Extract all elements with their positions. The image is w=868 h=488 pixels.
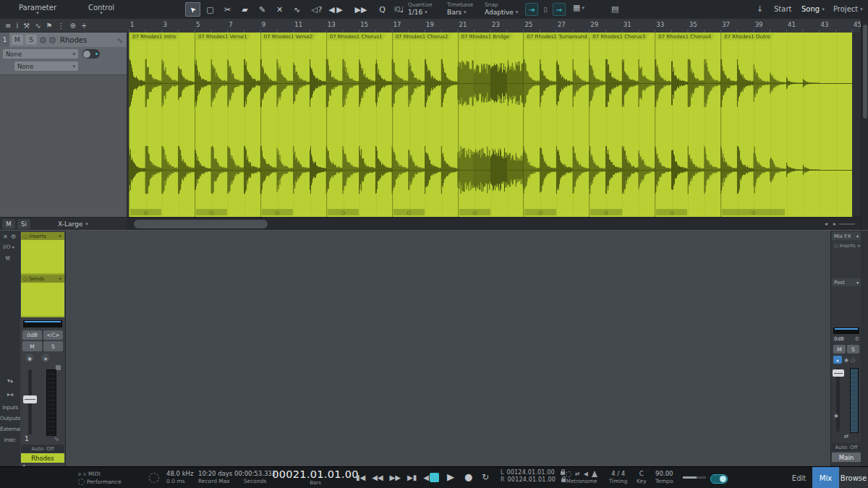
- speaker-dim-icon[interactable]: ◉: [834, 413, 838, 419]
- inserts-header[interactable]: ○ Inserts +: [21, 232, 64, 240]
- snap-group[interactable]: Snap Adaptive▾: [485, 1, 518, 17]
- quantize-button[interactable]: Q: [375, 2, 390, 17]
- play-button[interactable]: ▶: [447, 471, 454, 482]
- wrench-icon[interactable]: ⚒: [5, 255, 10, 262]
- tempo-value[interactable]: 90.00: [655, 470, 673, 478]
- console-tab-inputs[interactable]: Inputs: [0, 404, 20, 411]
- channel-name-label[interactable]: Rhodes: [21, 453, 64, 463]
- arrow-tool-button[interactable]: ➤: [185, 2, 200, 17]
- follow-toggle[interactable]: ⇒: [553, 3, 566, 16]
- console-tab-instr[interactable]: Instr.: [0, 437, 20, 443]
- cpu-meter-icon[interactable]: [149, 473, 159, 483]
- power-icon[interactable]: ○: [23, 234, 27, 239]
- tempo-block[interactable]: 90.00 Tempo: [655, 470, 673, 485]
- clip-fade-handle[interactable]: ○: [262, 209, 293, 215]
- ruler[interactable]: 1357911131517192123252729313335373941434…: [127, 19, 861, 33]
- swap-icon[interactable]: ⇄: [831, 433, 861, 440]
- console-tab-outputs[interactable]: Outputs: [0, 415, 20, 421]
- post-header[interactable]: Post ▾: [832, 278, 861, 286]
- precount-icon[interactable]: [566, 471, 571, 477]
- add-insert-icon[interactable]: +: [58, 234, 62, 239]
- paint-tool-button[interactable]: ✎: [255, 2, 270, 17]
- hscroll-thumb[interactable]: [134, 220, 268, 228]
- timebase-group[interactable]: Timebase Bars▾: [447, 1, 473, 17]
- solo-button[interactable]: S: [43, 341, 63, 351]
- main-name-label[interactable]: Main: [832, 453, 861, 462]
- audio-clip[interactable]: 07 Rhodes1 Intro○: [129, 33, 195, 217]
- next-marker-button[interactable]: ▶▮: [407, 474, 417, 481]
- clip-fade-handle[interactable]: ○: [459, 209, 490, 215]
- vertical-scrollbar[interactable]: [861, 19, 868, 230]
- audio-clip[interactable]: 07 Rhodes1 Chorus1○: [326, 33, 392, 217]
- autoscroll-toggle[interactable]: ⇥: [525, 3, 538, 16]
- audio-clip[interactable]: 07 Rhodes1 Bridge○: [458, 33, 524, 217]
- scroll-left-icon[interactable]: ◂: [825, 221, 827, 227]
- metronome-icon[interactable]: [592, 471, 597, 477]
- page-browse-button[interactable]: Browse: [839, 467, 868, 488]
- clip-fade-handle[interactable]: ○: [393, 209, 425, 215]
- quantize-group[interactable]: Quantize 1/16▾: [408, 1, 433, 17]
- metronome-block[interactable]: ⇄ ◀ Metronome: [566, 470, 597, 484]
- fast-forward-button[interactable]: ▶▶: [390, 474, 401, 481]
- clip-fade-handle[interactable]: ○: [656, 209, 687, 215]
- input-quantize-label[interactable]: IQ: [394, 7, 401, 13]
- audio-clip[interactable]: 07 Rhodes1 Chorus2○: [392, 33, 458, 217]
- clip-fade-handle[interactable]: ○: [328, 209, 359, 215]
- audio-clip[interactable]: 07 Rhodes1 Chorus3○: [589, 33, 655, 217]
- info-icon[interactable]: i: [16, 22, 18, 30]
- performance-indicator[interactable]: Performance: [78, 479, 122, 485]
- marker-flag-icon[interactable]: ⚑: [46, 22, 53, 30]
- console-tab-external[interactable]: External: [0, 426, 20, 432]
- loop-right-value[interactable]: 00124.01.01.00: [508, 476, 556, 483]
- plus-icon[interactable]: +: [81, 22, 87, 30]
- headphone-icon[interactable]: ◉: [844, 357, 848, 363]
- clips-area[interactable]: 07 Rhodes1 Intro○07 Rhodes1 Verse1○07 Rh…: [127, 33, 861, 217]
- stop-button[interactable]: [430, 473, 439, 482]
- track-size-dropdown[interactable]: X-Large ▾: [58, 221, 88, 228]
- volume-slider[interactable]: [683, 476, 706, 479]
- expand-icons[interactable]: ▸◂: [0, 391, 20, 398]
- speaker-icon[interactable]: ◀: [584, 471, 588, 477]
- mute-tool-button[interactable]: ✕: [272, 2, 287, 17]
- main-fader-handle[interactable]: [833, 369, 844, 377]
- instrument-icon[interactable]: [3, 62, 12, 71]
- sends-panel[interactable]: [21, 283, 64, 317]
- page-song-button[interactable]: Song ▾: [801, 5, 825, 13]
- main-pan-control[interactable]: [833, 328, 859, 334]
- fader-handle[interactable]: [23, 395, 37, 403]
- timing-block[interactable]: 4 / 4 Timing: [609, 470, 627, 485]
- previous-marker-button[interactable]: ◀: [423, 474, 429, 481]
- split-tool-button[interactable]: ✂: [220, 2, 235, 17]
- track-solo-button[interactable]: S: [25, 35, 37, 45]
- monitor-icon[interactable]: [49, 37, 56, 43]
- position-display[interactable]: 00021.01.01.00 Bars: [281, 468, 350, 486]
- audio-clip[interactable]: 07 Rhodes1 Verse1○: [195, 33, 260, 217]
- key-value[interactable]: C: [639, 470, 644, 478]
- loop-range-block[interactable]: L 00124.01.01.00 R 00124.01.01.00: [501, 469, 566, 483]
- audio-clip[interactable]: 07 Rhodes1 Outro○: [720, 33, 852, 217]
- main-fader-track[interactable]: [836, 368, 840, 432]
- gain-button[interactable]: 0dB: [22, 330, 42, 340]
- key-block[interactable]: C Key: [637, 470, 647, 485]
- timing-value[interactable]: 4 / 4: [611, 470, 625, 478]
- page-start-button[interactable]: Start: [774, 5, 791, 13]
- record-arm-icon[interactable]: [40, 37, 46, 43]
- menu-icon[interactable]: ≡: [5, 22, 11, 30]
- control-dropdown[interactable]: Control ▾: [72, 1, 130, 18]
- power-icon[interactable]: ○: [23, 276, 27, 282]
- collapse-icons[interactable]: ▾▴: [0, 377, 20, 384]
- input-monitor-toggle[interactable]: [82, 49, 100, 59]
- eraser-tool-button[interactable]: ▰: [237, 2, 252, 17]
- position-value[interactable]: 00021.01.01.00: [272, 468, 359, 480]
- mixfx-header[interactable]: Mix FX ▾: [832, 232, 861, 240]
- vscroll-thumb[interactable]: [863, 25, 867, 119]
- automation-mode[interactable]: Auto: Off: [21, 445, 64, 453]
- play-from-button[interactable]: ▶: [332, 2, 347, 17]
- close-icon[interactable]: ✕: [3, 234, 8, 240]
- main-solo-button[interactable]: S: [847, 345, 859, 354]
- page-edit-button[interactable]: Edit: [786, 467, 812, 488]
- track-mute-button[interactable]: M: [12, 35, 23, 45]
- memory-icon[interactable]: ▤: [611, 4, 618, 14]
- page-project-button[interactable]: Project ▾: [833, 5, 863, 13]
- mute-button[interactable]: M: [22, 341, 42, 351]
